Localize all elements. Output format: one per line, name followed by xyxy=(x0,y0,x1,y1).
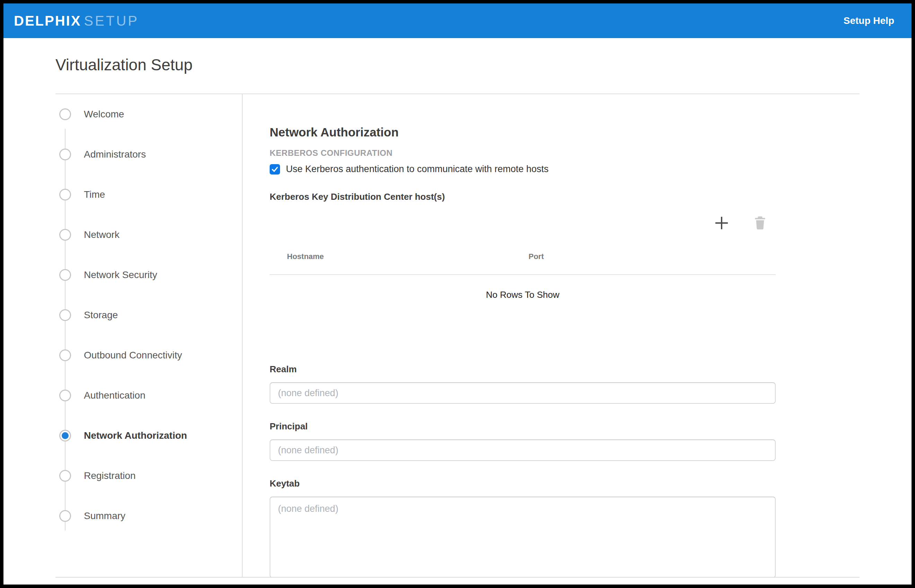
step-radio-icon xyxy=(59,470,71,482)
step-radio-icon xyxy=(59,389,71,401)
sidebar-step[interactable]: Network Security xyxy=(55,255,242,295)
kdc-toolbar xyxy=(270,216,776,230)
realm-input[interactable] xyxy=(270,382,776,404)
principal-input[interactable] xyxy=(270,439,776,461)
delete-host-button[interactable] xyxy=(754,216,766,230)
sidebar-step[interactable]: Network xyxy=(55,215,242,255)
step-radio-icon xyxy=(59,108,71,120)
main-panel: Network Authorization KERBEROS CONFIGURA… xyxy=(243,94,860,577)
section-heading: Network Authorization xyxy=(270,125,776,139)
realm-field-group: Realm xyxy=(270,364,776,404)
kerberos-checkbox[interactable] xyxy=(270,164,280,174)
principal-field-group: Principal xyxy=(270,421,776,461)
title-band: Virtualization Setup xyxy=(3,38,912,94)
kerberos-checkbox-row[interactable]: Use Kerberos authentication to communica… xyxy=(270,164,776,174)
sidebar-step[interactable]: Registration xyxy=(55,456,242,496)
sidebar-step[interactable]: Summary xyxy=(55,496,242,536)
sidebar-step[interactable]: Outbound Connectivity xyxy=(55,335,242,375)
sidebar-step[interactable]: Storage xyxy=(55,295,242,335)
step-radio-icon xyxy=(59,189,71,200)
setup-steps: Welcome Administrators Time Network Netw… xyxy=(55,94,243,577)
setup-help-link[interactable]: Setup Help xyxy=(844,15,894,26)
step-radio-icon xyxy=(59,149,71,160)
app-window: DELPHIXSETUP Setup Help Virtualization S… xyxy=(0,0,915,588)
add-host-button[interactable] xyxy=(715,217,728,229)
step-radio-icon xyxy=(59,269,71,281)
keytab-label: Keytab xyxy=(270,478,776,489)
kerberos-configuration-label: KERBEROS CONFIGURATION xyxy=(270,148,776,158)
sidebar-step[interactable]: Authentication xyxy=(55,375,242,415)
trash-icon xyxy=(754,216,766,230)
sidebar-step[interactable]: Network Authorization xyxy=(55,415,242,456)
table-header-row: Hostname Port xyxy=(270,230,776,275)
realm-label: Realm xyxy=(270,364,776,375)
kerberos-checkbox-label: Use Kerberos authentication to communica… xyxy=(286,164,549,174)
step-radio-icon xyxy=(59,229,71,241)
step-radio-icon xyxy=(59,309,71,321)
keytab-field-group: Keytab xyxy=(270,478,776,578)
step-radio-icon xyxy=(59,349,71,361)
column-header-hostname: Hostname xyxy=(270,252,528,261)
page-title: Virtualization Setup xyxy=(55,55,912,74)
step-radio-icon xyxy=(59,430,71,441)
step-radio-icon xyxy=(59,510,71,522)
brand-primary: DELPHIX xyxy=(14,13,81,28)
sidebar-step[interactable]: Administrators xyxy=(55,134,242,174)
principal-label: Principal xyxy=(270,421,776,432)
sidebar-step[interactable]: Time xyxy=(55,174,242,215)
empty-table-message: No Rows To Show xyxy=(270,275,776,300)
app-header: DELPHIXSETUP Setup Help xyxy=(3,3,912,38)
delphix-logo: DELPHIXSETUP xyxy=(14,13,139,29)
plus-icon xyxy=(715,217,728,229)
column-header-port: Port xyxy=(528,252,544,261)
content-area: Welcome Administrators Time Network Netw… xyxy=(55,94,860,578)
kdc-hosts-label: Kerberos Key Distribution Center host(s) xyxy=(270,192,776,202)
kerberos-fields: Realm Principal Keytab xyxy=(270,364,776,578)
sidebar-step[interactable]: Welcome xyxy=(55,94,242,134)
kdc-hosts-table: Hostname Port No Rows To Show xyxy=(270,230,776,300)
check-icon xyxy=(271,166,278,173)
brand-secondary: SETUP xyxy=(84,13,139,28)
keytab-textarea[interactable] xyxy=(270,497,776,578)
